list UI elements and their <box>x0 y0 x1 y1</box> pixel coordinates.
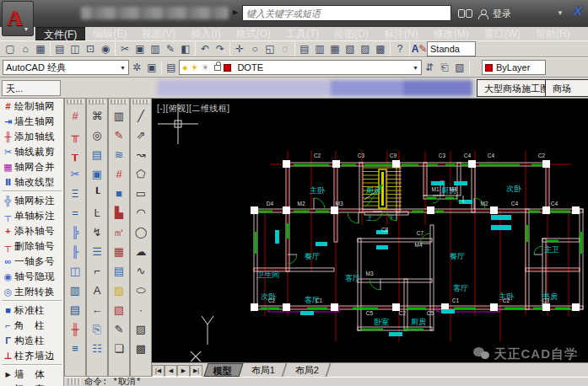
battery-icon[interactable]: ▥ <box>110 106 128 126</box>
node-icon[interactable]: ┖ <box>88 184 106 203</box>
layers-icon[interactable]: ≋ <box>110 145 128 164</box>
flyout-arrow-icon[interactable]: ▶ <box>233 8 238 16</box>
menu-item-10[interactable]: 帮助(H) <box>528 27 578 40</box>
command-grip[interactable] <box>67 378 81 385</box>
axis-label-icon[interactable]: ╥ <box>66 126 84 145</box>
tab-nav-1[interactable]: ◀ <box>165 365 177 377</box>
hatch-icon[interactable]: ▨ <box>132 319 150 339</box>
wall-icon[interactable]: ▤ <box>66 300 84 319</box>
properties-icon[interactable]: ▤ <box>297 42 312 56</box>
palette-item-15[interactable]: Γ构造柱 <box>0 333 63 348</box>
user-icon[interactable] <box>478 9 487 18</box>
toolbar-grip[interactable] <box>89 99 105 105</box>
pen2-icon[interactable]: ✎ <box>110 319 128 339</box>
menu-item-4[interactable]: 格式(O) <box>229 27 278 40</box>
toolbar-grip[interactable] <box>132 99 149 105</box>
new-file-icon[interactable]: ▢ <box>3 42 18 56</box>
undo-icon[interactable]: ↶ <box>197 42 213 56</box>
make-layer-current-icon[interactable]: ⇵ <box>422 61 437 75</box>
cut-icon[interactable]: ✂ <box>117 42 132 56</box>
palette-item-13[interactable]: ■标准柱 <box>0 303 63 318</box>
axis-merge-icon[interactable]: = <box>66 203 84 222</box>
list-icon[interactable]: ☰ <box>88 242 106 261</box>
palette-item-0[interactable]: #绘制轴网 <box>0 99 63 114</box>
doc-tab-mall[interactable]: 商场 <box>545 79 588 97</box>
layout-tab-布局1[interactable]: 布局1 <box>242 363 287 377</box>
zoom-previous-icon[interactable]: ◌ <box>278 42 293 56</box>
layout-tab-模型[interactable]: 模型 <box>203 363 243 377</box>
workspace-settings-icon[interactable]: ✲ <box>129 61 144 75</box>
pan-icon[interactable]: ✛ <box>232 42 247 56</box>
palette-item-14[interactable]: ⌐角 柱 <box>0 318 63 333</box>
menu-item-1[interactable]: 编辑(E) <box>85 27 134 40</box>
open-file-icon[interactable]: ⌂ <box>18 42 33 56</box>
layer-states-icon[interactable]: ▧ <box>452 61 467 75</box>
axis-swap-icon[interactable]: ◫ <box>66 261 84 281</box>
axis-trim-icon[interactable]: ✂ <box>66 164 84 184</box>
palette-item-6[interactable]: ╬轴网标注 <box>0 193 63 208</box>
palette-item-2[interactable]: ╫添加轴线 <box>0 129 63 144</box>
text-style-dropdown[interactable]: Standa <box>427 41 476 56</box>
viewport-controls-label[interactable]: [-][俯视][二维线框] <box>157 103 230 115</box>
match-properties-icon[interactable]: ✎ <box>163 42 178 56</box>
layer-vpfreeze-icon[interactable]: ☀ <box>202 62 210 73</box>
axis-layer-icon[interactable]: Ξ <box>66 184 84 203</box>
stamp-icon[interactable]: ☷ <box>88 339 106 358</box>
layer-dropdown[interactable]: ●☀☀DOTE▼ <box>179 60 422 75</box>
tab-nav-0[interactable]: |◀ <box>152 365 165 377</box>
printer2-icon[interactable]: ▧ <box>110 300 128 319</box>
back-icon[interactable]: ← <box>88 300 106 319</box>
camera-icon[interactable]: ⌘ <box>88 106 106 126</box>
flag-icon[interactable]: ⌐ <box>88 261 106 281</box>
model-canvas[interactable]: 主卧厨房厨房次卧卫生间餐厅客厅次卧客厅餐厅客厅主卧书房主卫卧室厨房上下C2C3C… <box>152 99 588 362</box>
dock-icon[interactable]: ▙ <box>110 203 128 222</box>
dropdown-caret-icon[interactable]: ▼ <box>409 65 418 71</box>
a-icon[interactable]: A <box>88 281 106 300</box>
l1-icon[interactable]: Ŀ <box>88 203 106 222</box>
color-dropdown[interactable]: ByLayer <box>482 60 546 75</box>
palette-item-8[interactable]: +添补轴号 <box>0 223 63 239</box>
table-icon[interactable]: ▤ <box>110 261 128 281</box>
tab-nav-3[interactable]: ▶| <box>190 365 202 377</box>
layer-previous-icon[interactable]: ⎗ <box>437 61 452 75</box>
palette-title[interactable]: 天... <box>2 80 61 96</box>
palette-item-9[interactable]: ┬删除轴号 <box>0 239 63 254</box>
palette-item-10[interactable]: ∞一轴多号 <box>0 254 63 269</box>
ellipse-icon[interactable]: ⬭ <box>132 281 150 300</box>
publish-icon[interactable]: ⊡ <box>83 42 98 56</box>
block-editor-icon[interactable]: ◧ <box>178 42 193 56</box>
palette-item-5[interactable]: Ⅱ轴改线型 <box>0 174 63 190</box>
palette-item-7[interactable]: ┬单轴标注 <box>0 208 63 223</box>
menu-item-0[interactable]: 文件(F) <box>35 27 85 40</box>
menu-item-9[interactable]: 窗口(W) <box>477 27 528 40</box>
construction-line-icon[interactable]: ⇗ <box>132 126 150 145</box>
search-binoculars-icon[interactable] <box>458 9 472 18</box>
point-icon[interactable]: · <box>132 300 150 319</box>
zoom-realtime-icon[interactable]: ○ <box>247 42 262 56</box>
axis-grid-icon[interactable]: # <box>66 106 84 126</box>
text-style-icon[interactable]: A✎ <box>412 42 427 56</box>
quick-access-toolbar[interactable] <box>81 7 229 19</box>
red-grid-icon[interactable]: # <box>110 164 128 184</box>
layout-tab-布局2[interactable]: 布局2 <box>287 363 332 377</box>
gradient-icon[interactable]: ▩ <box>132 339 150 358</box>
menu-item-3[interactable]: 插入(I) <box>183 27 228 40</box>
exchange-x-icon[interactable]: X <box>574 3 582 18</box>
help-icon[interactable]: ? <box>392 42 407 56</box>
layer-on-icon[interactable]: ● <box>182 62 188 72</box>
mail-icon[interactable]: ▨ <box>110 281 128 300</box>
copy-icon[interactable]: ▣ <box>132 42 148 56</box>
paste-icon[interactable]: ▥ <box>148 42 163 56</box>
palette-item-16[interactable]: ⊥柱齐墙边 <box>0 348 63 363</box>
arc-icon[interactable]: ◠ <box>132 203 150 222</box>
palette-item-11[interactable]: ◉轴号隐现 <box>0 269 63 284</box>
toolbar-grip[interactable] <box>111 99 127 105</box>
blue-sq-icon[interactable]: ■ <box>110 184 128 203</box>
layer-properties-icon[interactable]: ▤ <box>164 61 179 75</box>
menu-item-8[interactable]: 修改(M) <box>426 27 477 40</box>
axis-tee-icon[interactable]: ┰ <box>66 145 84 164</box>
redo-icon[interactable]: ↷ <box>213 42 228 56</box>
polyline-icon[interactable]: ↝ <box>132 145 150 164</box>
brush2-icon[interactable]: ✎ <box>110 126 128 145</box>
tab-nav-2[interactable]: ▶ <box>177 365 190 377</box>
